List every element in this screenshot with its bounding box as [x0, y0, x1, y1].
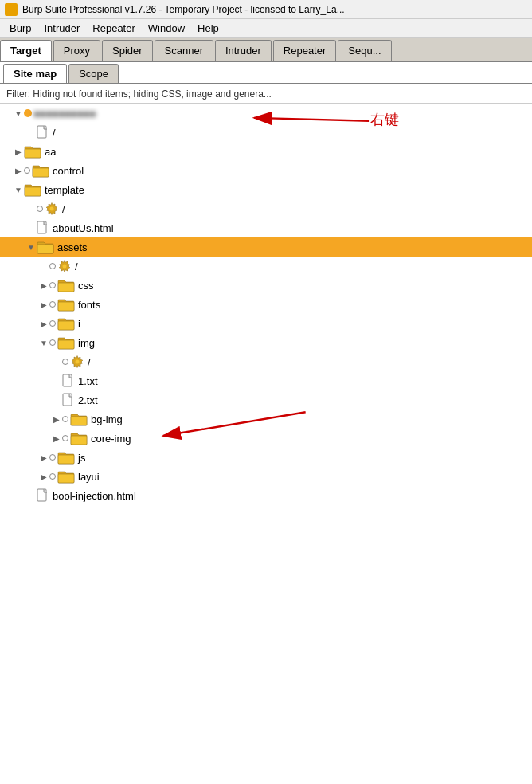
file-icon-1txt — [62, 374, 75, 388]
tree-item-root[interactable]: ▼ ●●●●●●●●●● — [0, 104, 532, 123]
folder-icon-css — [57, 278, 75, 292]
expander-assets[interactable]: ▼ — [25, 241, 37, 253]
svg-rect-12 — [58, 321, 74, 330]
expander-img[interactable]: ▼ — [38, 337, 49, 348]
item-label-css: css — [78, 280, 94, 292]
title-bar: Burp Suite Professional v1.7.26 - Tempor… — [0, 0, 532, 19]
item-label-bool-injection: bool-injection.html — [53, 490, 136, 502]
filter-text: Filter: Hiding not found items; hiding C… — [6, 88, 272, 100]
item-label-bg-img: bg-img — [91, 414, 123, 425]
main-tab-bar: Target Proxy Spider Scanner Intruder Rep… — [0, 38, 532, 62]
expander-aslash — [38, 261, 49, 272]
tab-repeater[interactable]: Repeater — [273, 40, 336, 61]
file-icon-aboutus — [37, 221, 49, 235]
item-label-core-img: core-img — [91, 433, 131, 445]
tree-item-i[interactable]: ▶ i — [0, 314, 532, 333]
svg-rect-3 — [25, 187, 41, 196]
item-label-assets: assets — [57, 241, 88, 253]
tree-item-template[interactable]: ▼ template — [0, 180, 532, 199]
svg-point-9 — [63, 265, 67, 269]
app-icon — [5, 3, 18, 16]
menu-window[interactable]: Window — [142, 21, 191, 36]
sub-tab-sitemap[interactable]: Site map — [3, 64, 67, 83]
tree-content[interactable]: ▼ ●●●●●●●●●● / ▶ aa — [0, 104, 532, 784]
dot-js — [49, 454, 56, 461]
tab-intruder[interactable]: Intruder — [215, 40, 272, 61]
folder-icon-layui — [57, 469, 75, 484]
dot-layui — [49, 473, 56, 480]
tree-item-assets-slash[interactable]: / — [0, 257, 532, 276]
dot-bgimg — [62, 416, 68, 422]
menu-burp[interactable]: Burp — [3, 21, 37, 36]
dot-control — [24, 167, 30, 174]
expander-coreimg[interactable]: ▶ — [51, 433, 62, 444]
item-label-2txt: 2.txt — [78, 394, 98, 406]
dot-aslash — [49, 263, 56, 269]
tree-item-bg-img[interactable]: ▶ bg-img — [0, 410, 532, 429]
dot-islash — [62, 359, 68, 365]
tree-item-assets[interactable]: ▼ assets — [0, 237, 532, 257]
tree-item-control[interactable]: ▶ control — [0, 161, 532, 180]
folder-icon-core-img — [70, 431, 88, 445]
dot-coreimg — [62, 435, 68, 441]
tree-item-css[interactable]: ▶ css — [0, 276, 532, 295]
item-label-template-slash: / — [62, 203, 65, 215]
item-label-aa: aa — [45, 146, 56, 158]
tree-item-root-slash[interactable]: / — [0, 123, 532, 142]
svg-rect-11 — [58, 302, 74, 311]
tree-item-js[interactable]: ▶ js — [0, 448, 532, 467]
tree-item-bool-injection[interactable]: bool-injection.html — [0, 486, 532, 505]
host-label-root: ●●●●●●●●●● — [33, 108, 96, 120]
svg-rect-2 — [33, 168, 49, 177]
tree-item-fonts[interactable]: ▶ fonts — [0, 295, 532, 314]
expander-bgimg[interactable]: ▶ — [51, 414, 62, 425]
svg-rect-18 — [71, 417, 87, 425]
dot-tslash — [37, 206, 43, 212]
folder-icon-control — [32, 163, 49, 178]
menu-intruder[interactable]: Intruder — [37, 21, 86, 36]
expander-1txt — [51, 375, 62, 386]
tree-item-aboutus[interactable]: aboutUs.html — [0, 218, 532, 237]
expander-control[interactable]: ▶ — [13, 165, 24, 176]
tree-item-core-img[interactable]: ▶ core-img — [0, 429, 532, 448]
file-icon-2txt — [62, 393, 75, 407]
expander-fonts[interactable]: ▶ — [38, 299, 49, 310]
menu-help[interactable]: Help — [191, 21, 225, 36]
item-label-img: img — [78, 337, 95, 349]
tab-proxy[interactable]: Proxy — [53, 40, 100, 61]
tree-item-aa[interactable]: ▶ aa — [0, 142, 532, 161]
expander-aa[interactable]: ▶ — [13, 146, 24, 157]
file-icon — [37, 125, 49, 139]
expander-js[interactable]: ▶ — [38, 452, 49, 463]
menu-repeater[interactable]: Repeater — [86, 21, 141, 36]
folder-icon-aa — [24, 144, 41, 159]
expander-template[interactable]: ▼ — [13, 184, 24, 195]
tree-item-1txt[interactable]: 1.txt — [0, 371, 532, 390]
sub-tab-scope[interactable]: Scope — [68, 64, 119, 83]
tree-item-layui[interactable]: ▶ layui — [0, 467, 532, 486]
folder-icon-img — [57, 335, 75, 350]
expander-i[interactable]: ▶ — [38, 318, 49, 329]
tree-item-img-slash[interactable]: / — [0, 352, 532, 371]
tab-target[interactable]: Target — [0, 40, 52, 61]
host-dot-root — [24, 109, 32, 117]
expander-css[interactable]: ▶ — [38, 280, 49, 291]
tree-item-2txt[interactable]: 2.txt — [0, 390, 532, 410]
tree-item-template-slash[interactable]: / — [0, 199, 532, 218]
item-label-assets-slash: / — [75, 261, 78, 272]
expander-about — [25, 222, 37, 233]
gear-icon-assets-slash — [57, 259, 72, 273]
svg-point-5 — [50, 207, 54, 211]
tab-spider[interactable]: Spider — [102, 40, 153, 61]
expander-root[interactable]: ▼ — [13, 108, 24, 119]
item-label-fonts: fonts — [78, 299, 100, 311]
gear-icon-img-slash — [70, 355, 84, 369]
tab-sequencer[interactable]: Sequ... — [338, 40, 391, 61]
tree-area: ▼ ●●●●●●●●●● / ▶ aa — [0, 104, 532, 784]
tab-scanner[interactable]: Scanner — [155, 40, 213, 61]
tree-item-img[interactable]: ▼ img — [0, 333, 532, 352]
folder-icon-bg-img — [70, 412, 88, 426]
folder-icon-i — [57, 316, 75, 331]
expander-layui[interactable]: ▶ — [38, 471, 49, 482]
expander-tslash — [25, 203, 37, 214]
